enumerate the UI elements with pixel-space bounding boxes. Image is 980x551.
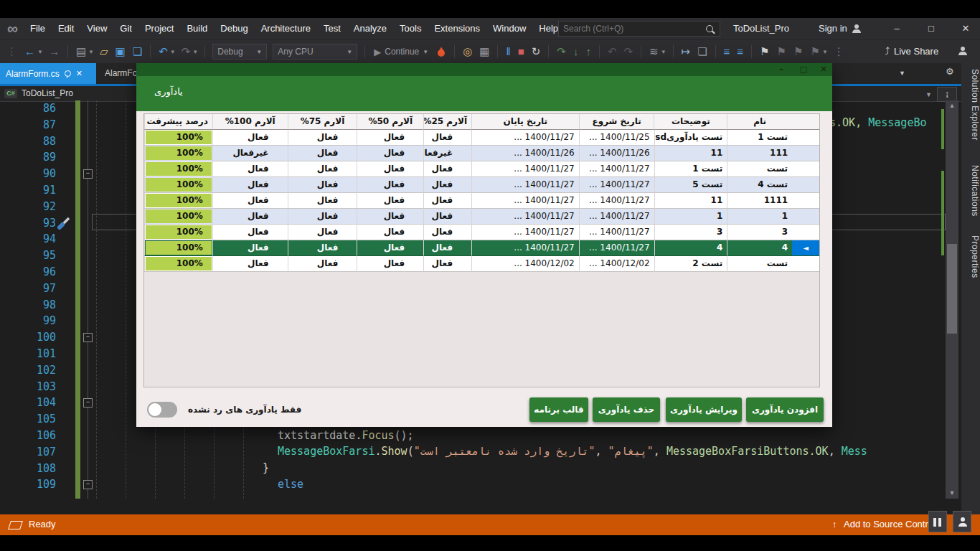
grid-cell[interactable]: 3 bbox=[654, 225, 727, 240]
grid-cell[interactable]: فعال bbox=[288, 209, 357, 225]
undo-secondary-icon[interactable]: ↶ bbox=[608, 40, 617, 63]
row-header-cell[interactable] bbox=[792, 225, 819, 240]
chevron-down-icon[interactable]: ▼ bbox=[37, 49, 43, 55]
redo-icon[interactable]: ↷ bbox=[182, 40, 191, 63]
grid-cell[interactable]: 1400/11/25 ... bbox=[579, 130, 654, 146]
navigate-to-icon[interactable]: ↦ bbox=[682, 40, 691, 63]
table-row[interactable]: 100%فعالفعالفعالفعال1400/11/27 ...1400/1… bbox=[144, 225, 819, 240]
grid-cell[interactable]: 1400/11/27 ... bbox=[579, 240, 654, 256]
grid-header-8[interactable]: نام bbox=[727, 114, 792, 130]
grid-cell[interactable]: 1400/11/27 ... bbox=[579, 177, 654, 193]
program-template-button[interactable]: قالب برنامه bbox=[529, 397, 588, 422]
chevron-down-icon[interactable]: ▼ bbox=[88, 49, 94, 55]
table-row[interactable]: 100%فعالفعالفعالفعال1400/11/27 ...1400/1… bbox=[144, 130, 819, 146]
edit-reminder-button[interactable]: ویرایش یادآوری bbox=[666, 397, 742, 422]
grid-cell[interactable]: تست 1 bbox=[654, 161, 727, 177]
save-icon[interactable]: ▣ bbox=[116, 40, 126, 63]
pause-icon[interactable]: ‖ bbox=[506, 40, 510, 63]
grid-cell[interactable]: 1 bbox=[727, 209, 792, 225]
grid-cell[interactable]: 4 bbox=[654, 240, 727, 256]
search-box[interactable] bbox=[558, 21, 720, 37]
continue-button[interactable]: ▶Continue▼ bbox=[374, 47, 428, 57]
grid-header-2[interactable]: آلارم 75% bbox=[288, 114, 357, 130]
tab-alarmform-cs[interactable]: AlarmForm.cs ✕ bbox=[0, 63, 96, 84]
row-header-cell[interactable] bbox=[792, 161, 819, 177]
grid-cell[interactable]: تست bbox=[727, 161, 792, 177]
window-maximize-button[interactable]: □ bbox=[921, 18, 941, 39]
dialog-minimize-button[interactable]: – bbox=[773, 63, 790, 76]
grid-cell[interactable]: 1400/11/27 ... bbox=[471, 240, 579, 256]
split-editor-button[interactable]: ↨ bbox=[937, 87, 957, 102]
grid-cell[interactable]: 1400/11/27 ... bbox=[579, 161, 654, 177]
grid-cell[interactable]: فعال bbox=[423, 209, 471, 225]
bookmark-clear-icon[interactable]: ⚑ bbox=[810, 40, 819, 63]
find-in-files-icon[interactable]: ◎ bbox=[463, 40, 472, 63]
grid-cell[interactable]: 100% bbox=[144, 240, 212, 256]
grid-cell[interactable]: فعال bbox=[357, 209, 423, 225]
collapse-region-icon[interactable]: − bbox=[83, 333, 93, 342]
grid-cell[interactable]: 100% bbox=[144, 256, 212, 272]
grid-cell[interactable]: فعال bbox=[212, 209, 288, 225]
selected-row-marker[interactable]: ◄ bbox=[792, 240, 819, 256]
grid-cell[interactable]: فعال bbox=[212, 177, 288, 193]
grid-header-7[interactable]: توضیحات bbox=[654, 114, 727, 130]
step-into-icon[interactable]: ↓ bbox=[573, 40, 579, 63]
sign-in-button[interactable]: Sign in bbox=[819, 18, 861, 39]
grid-cell[interactable]: تست یادآوریsd... bbox=[654, 130, 727, 146]
delete-reminder-button[interactable]: حذف یادآوری bbox=[593, 397, 660, 422]
hot-reload-icon[interactable] bbox=[436, 46, 446, 58]
side-tab-notifications[interactable]: Notifications bbox=[961, 165, 980, 217]
menu-extensions[interactable]: Extensions bbox=[428, 18, 486, 39]
chevron-down-icon[interactable]: ▼ bbox=[192, 49, 198, 55]
table-row[interactable]: 100%فعالفعالفعالفعال1400/11/27 ...1400/1… bbox=[144, 193, 819, 209]
grid-cell[interactable]: فعال bbox=[288, 225, 357, 240]
search-input[interactable] bbox=[559, 24, 706, 34]
grid-cell[interactable]: فعال bbox=[357, 177, 423, 193]
side-tab-solution-explorer[interactable]: Solution Explorer bbox=[961, 69, 980, 141]
indent-left-icon[interactable]: ≡ bbox=[724, 40, 730, 63]
copy-icon[interactable]: ❏ bbox=[697, 40, 707, 63]
undo-icon[interactable]: ↶ bbox=[159, 40, 168, 63]
recorder-pause-button[interactable] bbox=[928, 511, 947, 532]
restart-icon[interactable]: ↻ bbox=[532, 40, 541, 63]
grid-cell[interactable]: فعال bbox=[288, 146, 357, 161]
quick-actions-screwdriver-icon[interactable] bbox=[57, 215, 72, 230]
window-minimize-button[interactable]: – bbox=[887, 18, 907, 39]
toggle-knob[interactable] bbox=[149, 403, 161, 416]
grid-cell[interactable]: تست 4 bbox=[727, 177, 792, 193]
row-header-cell[interactable] bbox=[792, 177, 819, 193]
table-row[interactable]: 100%فعالفعالفعالفعال1400/11/27 ...1400/1… bbox=[144, 177, 819, 193]
grid-cell[interactable]: فعال bbox=[423, 161, 471, 177]
grid-header-4[interactable]: آلارم 25% bbox=[423, 114, 471, 130]
grid-cell[interactable]: فعال bbox=[357, 130, 423, 146]
grid-cell[interactable]: فعال bbox=[423, 130, 471, 146]
menu-tools[interactable]: Tools bbox=[393, 18, 428, 39]
grid-cell[interactable]: فعال bbox=[423, 240, 471, 256]
step-over-icon[interactable]: ↷ bbox=[557, 40, 566, 63]
menu-file[interactable]: File bbox=[24, 18, 52, 39]
save-all-icon[interactable]: ❏ bbox=[133, 40, 142, 63]
dialog-maximize-button[interactable]: □ bbox=[795, 63, 812, 76]
grid-cell[interactable]: 1400/12/02 ... bbox=[471, 256, 579, 272]
table-row[interactable]: 100%فعالفعالفعالفعال1400/11/27 ...1400/1… bbox=[144, 240, 819, 256]
grid-cell[interactable]: 100% bbox=[144, 225, 212, 240]
collapse-region-icon[interactable]: − bbox=[83, 480, 93, 489]
grid-cell[interactable]: فعال bbox=[423, 256, 471, 272]
navigate-back-icon[interactable]: ← bbox=[24, 40, 35, 63]
menu-debug[interactable]: Debug bbox=[214, 18, 254, 39]
menu-window[interactable]: Window bbox=[486, 18, 532, 39]
grid-header-1[interactable]: آلارم 100% bbox=[212, 114, 288, 130]
grid-cell[interactable]: فعال bbox=[357, 193, 423, 209]
feedback-icon[interactable] bbox=[958, 47, 967, 55]
grid-cell[interactable]: 11 bbox=[654, 193, 727, 209]
grid-cell[interactable]: 1111 bbox=[727, 193, 792, 209]
grid-cell[interactable]: 1400/11/26 ... bbox=[471, 146, 579, 161]
grid-header-0[interactable]: درصد پیشرفت bbox=[144, 114, 212, 130]
grid-cell[interactable]: فعال bbox=[357, 240, 423, 256]
solution-windows-icon[interactable]: ▦ bbox=[479, 40, 489, 63]
grid-cell[interactable]: فعال bbox=[357, 161, 423, 177]
toolbar-overflow-icon[interactable]: ⋮ bbox=[834, 40, 844, 63]
grid-cell[interactable]: 1400/11/27 ... bbox=[579, 209, 654, 225]
grid-cell[interactable]: 3 bbox=[727, 225, 792, 240]
debug-target-combo[interactable]: Debug▼ bbox=[212, 44, 267, 60]
